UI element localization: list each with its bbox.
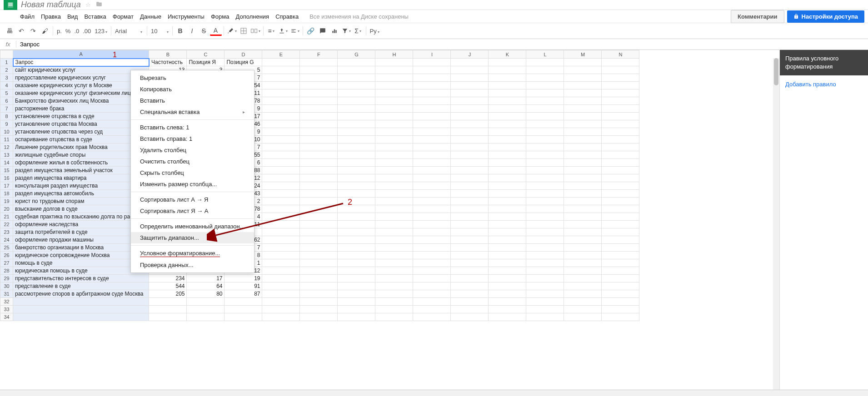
cell[interactable] — [413, 228, 451, 236]
cell[interactable] — [489, 66, 526, 74]
context-menu-item[interactable]: Удалить столбец — [131, 144, 254, 156]
cell[interactable]: 17 — [187, 275, 224, 282]
context-menu-item[interactable]: Вставить — [131, 95, 254, 106]
col-header-F[interactable]: F — [300, 50, 338, 59]
col-header-B[interactable]: B — [149, 50, 187, 59]
cell[interactable] — [300, 167, 338, 174]
row-header[interactable]: 16 — [0, 174, 13, 182]
row-header[interactable]: 13 — [0, 151, 13, 159]
cell[interactable]: 544 — [149, 282, 187, 290]
menu-view[interactable]: Вид — [67, 13, 78, 20]
cell[interactable]: оказание юридических услуг в Москве — [13, 82, 149, 89]
cell[interactable] — [224, 306, 262, 313]
cell[interactable] — [489, 290, 526, 298]
row-header[interactable]: 9 — [0, 120, 13, 128]
cell[interactable] — [187, 298, 224, 306]
merge-cells-icon[interactable]: ▾ — [249, 25, 261, 37]
cell[interactable] — [602, 236, 639, 244]
menu-file[interactable]: Файл — [20, 13, 35, 20]
cell[interactable] — [338, 259, 375, 267]
cell[interactable] — [451, 205, 489, 213]
cell[interactable] — [338, 313, 375, 321]
cell[interactable] — [602, 167, 639, 174]
italic-icon[interactable]: I — [186, 25, 198, 37]
col-header-C[interactable]: C — [187, 50, 224, 59]
cell[interactable] — [413, 136, 451, 144]
cell[interactable] — [564, 144, 602, 151]
cell[interactable] — [489, 82, 526, 89]
row-header[interactable]: 12 — [0, 144, 13, 151]
cell[interactable] — [489, 174, 526, 182]
cell[interactable] — [187, 313, 224, 321]
cell[interactable] — [526, 282, 564, 290]
cell[interactable] — [602, 151, 639, 159]
cell[interactable] — [564, 120, 602, 128]
cell[interactable]: Банкротство физических лиц Москва — [13, 97, 149, 105]
cell[interactable]: раздел имущества квартира — [13, 174, 149, 182]
col-header-I[interactable]: I — [413, 50, 451, 59]
context-menu-item[interactable]: Сортировать лист Я → А — [131, 205, 254, 217]
cell[interactable] — [375, 74, 413, 82]
cell[interactable] — [262, 113, 300, 120]
cell[interactable] — [338, 159, 375, 167]
add-rule-link[interactable]: Добавить правило — [785, 81, 836, 88]
cell[interactable] — [13, 313, 149, 321]
cell[interactable]: защита потребителей в суде — [13, 228, 149, 236]
context-menu-item[interactable]: Очистить столбец — [131, 156, 254, 167]
cell[interactable] — [375, 120, 413, 128]
cell[interactable] — [413, 159, 451, 167]
cell[interactable] — [375, 59, 413, 66]
cell[interactable] — [262, 82, 300, 89]
context-menu-item[interactable]: Защитить диапазон... — [131, 232, 254, 243]
cell[interactable] — [451, 298, 489, 306]
cell[interactable] — [413, 190, 451, 198]
context-menu-item[interactable]: Скрыть столбец — [131, 167, 254, 178]
cell[interactable] — [451, 282, 489, 290]
row-header[interactable]: 19 — [0, 198, 13, 205]
cell[interactable] — [338, 97, 375, 105]
cell[interactable]: раздел имущества автомобиль — [13, 190, 149, 198]
cell[interactable]: 205 — [149, 290, 187, 298]
cell[interactable] — [564, 74, 602, 82]
cell[interactable]: раздел имущества земельный участок — [13, 167, 149, 174]
cell[interactable] — [413, 82, 451, 89]
cell[interactable] — [149, 298, 187, 306]
functions-icon[interactable]: Σ▾ — [352, 25, 364, 37]
sheets-logo-icon[interactable] — [4, 0, 17, 10]
cell[interactable] — [564, 282, 602, 290]
cell[interactable]: 19 — [224, 275, 262, 282]
cell[interactable] — [526, 136, 564, 144]
row-header[interactable]: 24 — [0, 236, 13, 244]
context-menu-item[interactable]: Проверка данных... — [131, 259, 254, 271]
row-header[interactable]: 29 — [0, 275, 13, 282]
cell[interactable] — [526, 306, 564, 313]
row-header[interactable]: 23 — [0, 228, 13, 236]
row-header[interactable]: 5 — [0, 89, 13, 97]
context-menu-item[interactable]: Условное форматирование... — [131, 248, 254, 259]
cell[interactable] — [300, 159, 338, 167]
cell[interactable] — [375, 136, 413, 144]
cell[interactable] — [602, 74, 639, 82]
cell[interactable]: юридическое сопровождение Москва — [13, 252, 149, 259]
row-header[interactable]: 26 — [0, 252, 13, 259]
cell[interactable] — [489, 167, 526, 174]
cell[interactable] — [413, 151, 451, 159]
cell[interactable] — [149, 313, 187, 321]
cell[interactable] — [526, 89, 564, 97]
cell[interactable] — [489, 298, 526, 306]
cell[interactable] — [262, 306, 300, 313]
cell[interactable] — [375, 213, 413, 221]
valign-icon[interactable]: ▾ — [277, 25, 289, 37]
undo-icon[interactable]: ↶ — [15, 25, 27, 37]
chart-icon[interactable] — [329, 25, 340, 37]
cell[interactable] — [526, 159, 564, 167]
cell[interactable] — [602, 182, 639, 190]
cell[interactable] — [451, 259, 489, 267]
cell[interactable]: юридическая помощь в суде — [13, 267, 149, 275]
cell[interactable]: юрист по трудовым спорам — [13, 198, 149, 205]
cell[interactable] — [300, 313, 338, 321]
cell[interactable] — [413, 120, 451, 128]
cell[interactable]: оформление наследства — [13, 221, 149, 228]
cell[interactable] — [413, 105, 451, 113]
cell[interactable] — [338, 182, 375, 190]
